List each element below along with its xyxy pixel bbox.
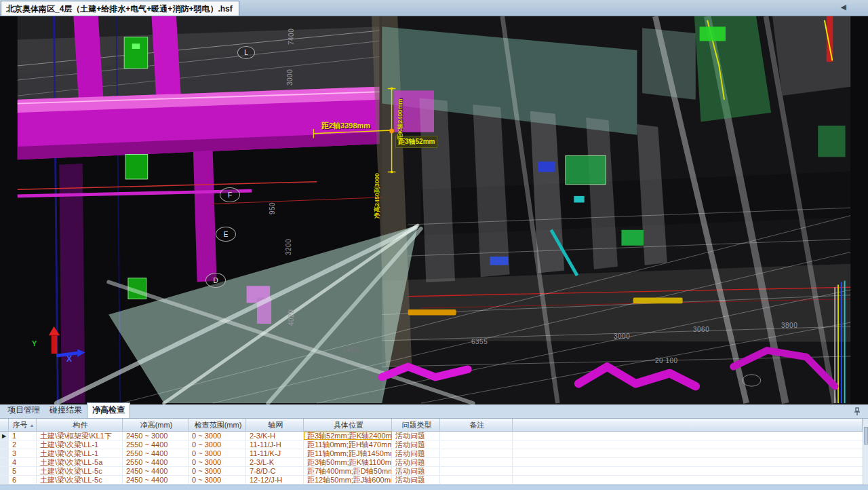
cell-location: 距11轴0mm;距H轴470mm [304, 440, 392, 449]
header-filler [513, 419, 863, 431]
cell-marker [0, 440, 9, 449]
tab-scroll-left-icon[interactable]: ◀ [841, 3, 846, 12]
header-component[interactable]: 构件 [37, 419, 123, 431]
cell-note [440, 476, 513, 484]
cell-marker [0, 458, 9, 466]
header-location[interactable]: 具体位置 [304, 419, 392, 431]
results-panel: 项目管理 碰撞结果 净高检查 序号 ▲ 构件 净高(mm) 检查范围(mm) 轴… [0, 404, 868, 490]
cell-note [440, 467, 513, 475]
cell-grid: 7-8/D-C [246, 467, 304, 475]
cell-marker [0, 476, 9, 484]
cell-range: 0 ~ 3000 [189, 449, 246, 457]
cell-type: 活动问题 [392, 458, 440, 466]
table-row[interactable]: 6 土建\梁\次梁\LL-5c 2450 ~ 4400 0 ~ 3000 12-… [0, 476, 863, 485]
panel-tab-bar: 项目管理 碰撞结果 净高检查 [0, 404, 868, 419]
header-marker [0, 419, 9, 431]
table-row[interactable]: 5 土建\梁\次梁\LL-5c 2450 ~ 4400 0 ~ 3000 7-8… [0, 467, 863, 476]
cell-component: 土建\梁\次梁\LL-5c [37, 476, 123, 484]
sort-asc-icon: ▲ [30, 423, 35, 428]
table-row[interactable]: ▶ 1 土建\梁\框架梁\KL1下 2450 ~ 3000 0 ~ 3000 2… [0, 432, 863, 440]
header-no-label: 序号 [13, 420, 28, 430]
cell-component: 土建\梁\次梁\LL-5c [37, 467, 123, 475]
header-range[interactable]: 检查范围(mm) [189, 419, 246, 431]
title-bar: 北京奥体南区_4层（土建+给排水+电气+暖通+消防+弱电）.hsf ◀ [0, 0, 868, 16]
3d-scene [0, 16, 868, 404]
cell-clearance: 2550 ~ 4400 [123, 458, 189, 466]
cell-filler [513, 476, 863, 484]
cell-type: 活动问题 [392, 449, 440, 457]
cell-type: 活动问题 [392, 432, 440, 440]
clearance-table: 序号 ▲ 构件 净高(mm) 检查范围(mm) 轴网 具体位置 问题类型 备注 … [0, 419, 868, 490]
cell-clearance: 2550 ~ 4400 [123, 449, 189, 457]
cell-marker [0, 467, 9, 475]
header-clearance[interactable]: 净高(mm) [123, 419, 189, 431]
cell-note [440, 449, 513, 457]
cell-grid: 11-11/K-J [246, 449, 304, 457]
cell-location: 距12轴50mm;距J轴600mm [304, 476, 392, 484]
cell-type: 活动问题 [392, 440, 440, 449]
cell-component: 土建\梁\框架梁\KL1下 [37, 432, 123, 440]
cell-filler [513, 432, 863, 440]
document-tab[interactable]: 北京奥体南区_4层（土建+给排水+电气+暖通+消防+弱电）.hsf [1, 1, 239, 16]
cell-filler [513, 458, 863, 466]
cell-no: 1 [9, 432, 37, 440]
table-row[interactable]: 4 土建\梁\次梁\LL-5a 2550 ~ 4400 0 ~ 3000 2-3… [0, 458, 863, 467]
cell-clearance: 2550 ~ 4400 [123, 440, 189, 449]
cell-range: 0 ~ 3000 [189, 467, 246, 475]
cell-note [440, 440, 513, 449]
grid-bubble-D: D [205, 273, 226, 288]
cell-type: 活动问题 [392, 476, 440, 484]
cell-location-selected[interactable]: 距3轴52mm;距K轴2400mm [304, 432, 392, 440]
tab-collision-results[interactable]: 碰撞结果 [45, 403, 87, 418]
cell-component: 土建\梁\次梁\LL-1 [37, 449, 123, 457]
pin-icon[interactable] [853, 407, 861, 416]
table-header-row: 序号 ▲ 构件 净高(mm) 检查范围(mm) 轴网 具体位置 问题类型 备注 [0, 419, 863, 432]
application-window: 北京奥体南区_4层（土建+给排水+电气+暖通+消防+弱电）.hsf ◀ [0, 0, 868, 490]
cell-no: 2 [9, 440, 37, 449]
table-vertical-scrollbar[interactable] [863, 419, 868, 485]
scrollbar-thumb[interactable] [864, 427, 868, 445]
cell-component: 土建\梁\次梁\LL-1 [37, 440, 123, 449]
cell-type: 活动问题 [392, 467, 440, 475]
grid-bubble-F: F [220, 187, 240, 202]
cell-no: 5 [9, 467, 37, 475]
3d-viewport[interactable]: L F E D 距2轴3398mm 距3轴52mm 距K轴2400mm 净高24… [0, 16, 868, 404]
cell-grid: 2-3/K-H [246, 432, 304, 440]
tab-project-management[interactable]: 项目管理 [3, 403, 45, 418]
cell-range: 0 ~ 3000 [189, 440, 246, 449]
header-grid[interactable]: 轴网 [246, 419, 304, 431]
table-horizontal-scrollbar[interactable] [0, 485, 868, 490]
table-row[interactable]: 3 土建\梁\次梁\LL-1 2550 ~ 4400 0 ~ 3000 11-1… [0, 449, 863, 458]
cell-marker [0, 449, 9, 457]
cell-grid: 11-11/J-H [246, 440, 304, 449]
header-no[interactable]: 序号 ▲ [9, 419, 37, 431]
row-selected-marker: ▶ [0, 432, 9, 440]
cell-clearance: 2450 ~ 4400 [123, 467, 189, 475]
cell-filler [513, 440, 863, 449]
cell-no: 6 [9, 476, 37, 484]
cell-clearance: 2450 ~ 3000 [123, 432, 189, 440]
cell-location: 距7轴400mm;距D轴50mm [304, 467, 392, 475]
cell-note [440, 458, 513, 466]
cell-location: 距11轴0mm;距J轴1450mm [304, 449, 392, 457]
cell-filler [513, 467, 863, 475]
cell-clearance: 2450 ~ 4400 [123, 476, 189, 484]
cell-filler [513, 449, 863, 457]
cell-location: 距3轴50mm;距K轴1100mm [304, 458, 392, 466]
header-type[interactable]: 问题类型 [392, 419, 440, 431]
cell-grid: 2-3/L-K [246, 458, 304, 466]
grid-bubble-L: L [237, 46, 255, 59]
grid-bubble-E: E [216, 227, 236, 242]
cell-component: 土建\梁\次梁\LL-5a [37, 458, 123, 466]
cell-note [440, 432, 513, 440]
tab-clearance-check[interactable]: 净高检查 [87, 402, 130, 418]
cell-range: 0 ~ 3000 [189, 458, 246, 466]
cell-grid: 12-12/J-H [246, 476, 304, 484]
cell-no: 4 [9, 458, 37, 466]
cell-range: 0 ~ 3000 [189, 432, 246, 440]
table-row[interactable]: 2 土建\梁\次梁\LL-1 2550 ~ 4400 0 ~ 3000 11-1… [0, 440, 863, 449]
cell-no: 3 [9, 449, 37, 457]
header-note[interactable]: 备注 [440, 419, 513, 431]
cell-range: 0 ~ 3000 [189, 476, 246, 484]
